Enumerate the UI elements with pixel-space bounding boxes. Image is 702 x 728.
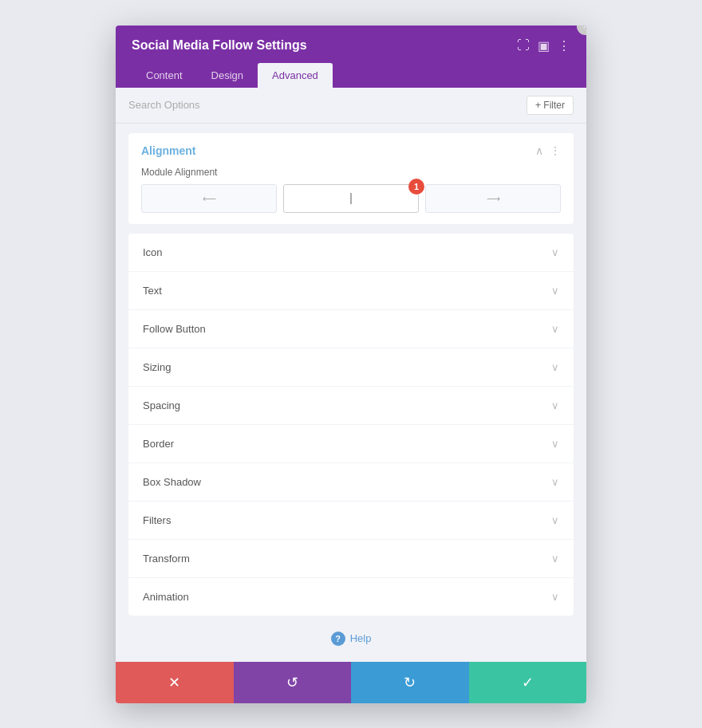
modal-header: Social Media Follow Settings ⛶ ▣ ⋮ Conte… xyxy=(116,26,586,88)
box-shadow-chevron: ∨ xyxy=(551,476,559,488)
badge: 1 xyxy=(408,179,424,195)
align-center-icon xyxy=(350,193,352,204)
border-chevron: ∨ xyxy=(551,438,559,450)
icon-chevron: ∨ xyxy=(551,246,559,258)
search-row: Search Options + Filter xyxy=(116,88,586,124)
search-options-placeholder[interactable]: Search Options xyxy=(128,99,200,111)
collapse-icon[interactable]: ∧ xyxy=(535,144,543,157)
cancel-button[interactable]: ✕ xyxy=(116,662,234,703)
text-chevron: ∨ xyxy=(551,285,559,297)
tab-advanced[interactable]: Advanced xyxy=(258,63,333,88)
redo-icon: ↻ xyxy=(404,674,416,691)
align-center-btn[interactable]: 1 xyxy=(283,184,419,213)
settings-modal: Social Media Follow Settings ⛶ ▣ ⋮ Conte… xyxy=(116,26,586,703)
collapsible-item-animation[interactable]: Animation ∨ xyxy=(128,578,574,616)
collapsible-item-icon[interactable]: Icon ∨ xyxy=(128,234,574,272)
collapsible-item-text[interactable]: Text ∨ xyxy=(128,272,574,310)
spacing-chevron: ∨ xyxy=(551,399,559,411)
cancel-icon: ✕ xyxy=(168,674,180,691)
filters-label: Filters xyxy=(143,514,171,526)
animation-chevron: ∨ xyxy=(551,591,559,603)
follow-button-label: Follow Button xyxy=(143,323,206,335)
help-row[interactable]: ? Help xyxy=(116,616,586,662)
expand-icon[interactable]: ⛶ xyxy=(517,38,530,53)
follow-button-chevron: ∨ xyxy=(551,323,559,335)
modal-title: Social Media Follow Settings xyxy=(132,38,307,53)
confirm-button[interactable]: ✓ xyxy=(469,662,587,703)
module-alignment-label: Module Alignment xyxy=(141,167,561,178)
collapsible-item-border[interactable]: Border ∨ xyxy=(128,425,574,463)
transform-label: Transform xyxy=(143,553,190,565)
alignment-section: Alignment ∧ ⋮ Module Alignment ⟵ 1 xyxy=(128,133,574,224)
transform-chevron: ∨ xyxy=(551,553,559,565)
modal-body: Search Options + Filter Alignment ∧ ⋮ Mo… xyxy=(116,88,586,662)
box-shadow-label: Box Shadow xyxy=(143,476,201,488)
align-left-btn[interactable]: ⟵ xyxy=(141,184,277,213)
text-label: Text xyxy=(143,285,162,297)
undo-button[interactable]: ↺ xyxy=(234,662,352,703)
filters-chevron: ∨ xyxy=(551,514,559,526)
footer-actions: ✕ ↺ ↻ ✓ xyxy=(116,662,586,703)
header-icons: ⛶ ▣ ⋮ xyxy=(517,38,570,53)
close-icon: × xyxy=(582,26,586,32)
alignment-options: ⟵ 1 ⟶ xyxy=(141,184,561,213)
align-left-icon: ⟵ xyxy=(203,193,216,204)
tab-content[interactable]: Content xyxy=(132,63,197,88)
more-icon[interactable]: ⋮ xyxy=(558,38,570,53)
align-right-icon: ⟶ xyxy=(487,193,500,204)
align-right-btn[interactable]: ⟶ xyxy=(425,184,561,213)
animation-label: Animation xyxy=(143,591,189,603)
icon-label: Icon xyxy=(143,246,163,258)
help-icon: ? xyxy=(331,632,345,646)
sizing-label: Sizing xyxy=(143,361,171,373)
alignment-section-icons: ∧ ⋮ xyxy=(535,144,561,157)
collapsible-list: Icon ∨ Text ∨ Follow Button ∨ Sizing ∨ S… xyxy=(128,234,574,616)
sizing-chevron: ∨ xyxy=(551,361,559,373)
undo-icon: ↺ xyxy=(286,674,298,691)
confirm-icon: ✓ xyxy=(522,674,534,691)
alignment-title: Alignment xyxy=(141,144,195,157)
tab-design[interactable]: Design xyxy=(197,63,258,88)
collapsible-item-box-shadow[interactable]: Box Shadow ∨ xyxy=(128,463,574,502)
collapsible-item-spacing[interactable]: Spacing ∨ xyxy=(128,387,574,425)
collapsible-item-sizing[interactable]: Sizing ∨ xyxy=(128,348,574,387)
redo-button[interactable]: ↻ xyxy=(351,662,469,703)
settings-section-more-icon[interactable]: ⋮ xyxy=(550,144,561,157)
border-label: Border xyxy=(143,438,174,450)
collapsible-item-transform[interactable]: Transform ∨ xyxy=(128,540,574,578)
collapsible-item-follow-button[interactable]: Follow Button ∨ xyxy=(128,310,574,348)
spacing-label: Spacing xyxy=(143,399,180,411)
tab-bar: Content Design Advanced xyxy=(132,63,570,88)
filter-button[interactable]: + Filter xyxy=(526,96,574,115)
help-label: Help xyxy=(350,632,372,644)
collapsible-item-filters[interactable]: Filters ∨ xyxy=(128,502,574,540)
columns-icon[interactable]: ▣ xyxy=(538,38,550,53)
